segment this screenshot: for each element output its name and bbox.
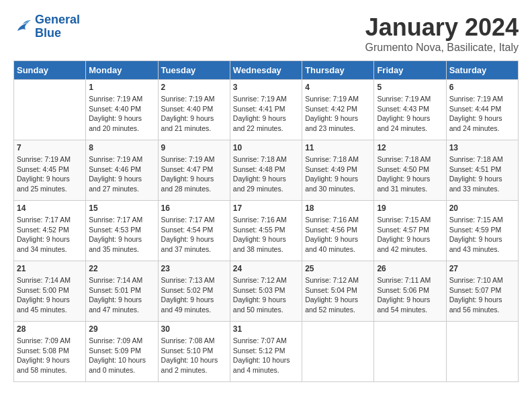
day-sunrise: Sunrise: 7:09 AM <box>89 336 154 346</box>
day-daylight: Daylight: 9 hours and 34 minutes. <box>17 234 83 254</box>
day-number: 18 <box>305 203 371 213</box>
day-daylight: Daylight: 9 hours and 58 minutes. <box>17 355 83 375</box>
day-number: 5 <box>377 83 443 92</box>
day-sunset: Sunset: 5:06 PM <box>377 285 443 295</box>
calendar-week-row: 7 Sunrise: 7:19 AM Sunset: 4:45 PM Dayli… <box>14 140 519 201</box>
day-number: 1 <box>89 83 154 92</box>
day-sunset: Sunset: 4:40 PM <box>161 104 227 114</box>
page-title: January 2024 <box>365 13 519 42</box>
calendar-cell: 22 Sunrise: 7:14 AM Sunset: 5:01 PM Dayl… <box>86 261 158 322</box>
day-sunset: Sunset: 4:51 PM <box>449 165 515 175</box>
day-header-thursday: Thursday <box>302 61 374 80</box>
day-daylight: Daylight: 9 hours and 38 minutes. <box>233 234 299 254</box>
day-sunset: Sunset: 5:04 PM <box>305 285 371 295</box>
day-daylight: Daylight: 10 hours and 2 minutes. <box>161 355 227 375</box>
page-subtitle: Grumento Nova, Basilicate, Italy <box>365 42 519 54</box>
calendar-week-row: 28 Sunrise: 7:09 AM Sunset: 5:08 PM Dayl… <box>14 322 519 382</box>
day-daylight: Daylight: 9 hours and 52 minutes. <box>305 295 371 314</box>
calendar-cell: 27 Sunrise: 7:10 AM Sunset: 5:07 PM Dayl… <box>446 261 518 322</box>
day-number: 4 <box>305 83 371 92</box>
day-number: 26 <box>377 264 443 273</box>
day-number: 16 <box>161 203 227 213</box>
calendar-cell: 29 Sunrise: 7:09 AM Sunset: 5:09 PM Dayl… <box>86 322 158 382</box>
day-sunrise: Sunrise: 7:07 AM <box>233 336 299 346</box>
day-number: 11 <box>305 143 371 152</box>
day-sunrise: Sunrise: 7:19 AM <box>161 154 227 165</box>
day-sunrise: Sunrise: 7:17 AM <box>161 215 227 225</box>
day-daylight: Daylight: 9 hours and 35 minutes. <box>89 234 154 254</box>
day-daylight: Daylight: 9 hours and 33 minutes. <box>449 174 515 193</box>
day-sunset: Sunset: 4:50 PM <box>377 165 443 175</box>
day-header-saturday: Saturday <box>446 61 518 80</box>
day-number: 8 <box>89 143 154 152</box>
day-number: 30 <box>161 324 227 334</box>
logo-icon <box>13 17 32 36</box>
day-sunrise: Sunrise: 7:19 AM <box>161 94 227 104</box>
day-number: 2 <box>161 83 227 92</box>
day-sunrise: Sunrise: 7:19 AM <box>305 94 371 104</box>
day-number: 21 <box>17 264 83 273</box>
day-sunset: Sunset: 4:42 PM <box>305 104 371 114</box>
calendar-cell: 7 Sunrise: 7:19 AM Sunset: 4:45 PM Dayli… <box>14 140 86 201</box>
day-sunset: Sunset: 4:47 PM <box>161 165 227 175</box>
day-daylight: Daylight: 9 hours and 43 minutes. <box>449 234 515 254</box>
day-daylight: Daylight: 9 hours and 45 minutes. <box>17 295 83 314</box>
day-daylight: Daylight: 9 hours and 49 minutes. <box>161 295 227 314</box>
calendar-cell: 12 Sunrise: 7:18 AM Sunset: 4:50 PM Dayl… <box>374 140 446 201</box>
page-header: General Blue January 2024 Grumento Nova,… <box>13 13 519 54</box>
day-daylight: Daylight: 10 hours and 4 minutes. <box>233 355 299 375</box>
day-sunset: Sunset: 4:59 PM <box>449 225 515 235</box>
day-daylight: Daylight: 9 hours and 31 minutes. <box>377 174 443 193</box>
calendar-cell: 9 Sunrise: 7:19 AM Sunset: 4:47 PM Dayli… <box>158 140 230 201</box>
day-daylight: Daylight: 9 hours and 25 minutes. <box>17 174 83 193</box>
day-sunrise: Sunrise: 7:17 AM <box>17 215 83 225</box>
calendar-week-row: 1 Sunrise: 7:19 AM Sunset: 4:40 PM Dayli… <box>14 80 519 140</box>
day-number: 31 <box>233 324 299 334</box>
day-number: 23 <box>161 264 227 273</box>
day-number: 22 <box>89 264 154 273</box>
day-number: 29 <box>89 324 154 334</box>
day-sunrise: Sunrise: 7:14 AM <box>17 275 83 285</box>
calendar-cell: 23 Sunrise: 7:13 AM Sunset: 5:02 PM Dayl… <box>158 261 230 322</box>
calendar-cell: 28 Sunrise: 7:09 AM Sunset: 5:08 PM Dayl… <box>14 322 86 382</box>
day-sunset: Sunset: 4:49 PM <box>305 165 371 175</box>
day-sunset: Sunset: 4:52 PM <box>17 225 83 235</box>
day-sunrise: Sunrise: 7:18 AM <box>377 154 443 165</box>
day-daylight: Daylight: 9 hours and 29 minutes. <box>233 174 299 193</box>
day-sunset: Sunset: 4:44 PM <box>449 104 515 114</box>
calendar-cell <box>14 80 86 140</box>
day-sunrise: Sunrise: 7:19 AM <box>233 94 299 104</box>
day-sunset: Sunset: 4:43 PM <box>377 104 443 114</box>
calendar-cell: 17 Sunrise: 7:16 AM Sunset: 4:55 PM Dayl… <box>230 201 302 261</box>
calendar-week-row: 14 Sunrise: 7:17 AM Sunset: 4:52 PM Dayl… <box>14 201 519 261</box>
calendar-cell: 4 Sunrise: 7:19 AM Sunset: 4:42 PM Dayli… <box>302 80 374 140</box>
logo-text: General Blue <box>35 13 80 40</box>
day-sunrise: Sunrise: 7:18 AM <box>233 154 299 165</box>
day-daylight: Daylight: 10 hours and 0 minutes. <box>89 355 154 375</box>
calendar-cell: 30 Sunrise: 7:08 AM Sunset: 5:10 PM Dayl… <box>158 322 230 382</box>
day-daylight: Daylight: 9 hours and 20 minutes. <box>89 113 154 133</box>
calendar-header-row: SundayMondayTuesdayWednesdayThursdayFrid… <box>14 61 519 80</box>
day-sunset: Sunset: 4:54 PM <box>161 225 227 235</box>
calendar-week-row: 21 Sunrise: 7:14 AM Sunset: 5:00 PM Dayl… <box>14 261 519 322</box>
day-sunrise: Sunrise: 7:16 AM <box>305 215 371 225</box>
calendar-cell: 26 Sunrise: 7:11 AM Sunset: 5:06 PM Dayl… <box>374 261 446 322</box>
day-number: 7 <box>17 143 83 152</box>
day-sunrise: Sunrise: 7:15 AM <box>449 215 515 225</box>
day-sunrise: Sunrise: 7:19 AM <box>89 154 154 165</box>
day-sunrise: Sunrise: 7:16 AM <box>233 215 299 225</box>
day-number: 19 <box>377 203 443 213</box>
day-sunset: Sunset: 5:02 PM <box>161 285 227 295</box>
day-sunset: Sunset: 4:55 PM <box>233 225 299 235</box>
day-daylight: Daylight: 9 hours and 30 minutes. <box>305 174 371 193</box>
day-daylight: Daylight: 9 hours and 42 minutes. <box>377 234 443 254</box>
calendar-cell <box>446 322 518 382</box>
day-number: 12 <box>377 143 443 152</box>
day-daylight: Daylight: 9 hours and 47 minutes. <box>89 295 154 314</box>
day-number: 3 <box>233 83 299 92</box>
day-sunrise: Sunrise: 7:12 AM <box>305 275 371 285</box>
calendar-cell <box>374 322 446 382</box>
day-sunrise: Sunrise: 7:19 AM <box>17 154 83 165</box>
day-daylight: Daylight: 9 hours and 21 minutes. <box>161 113 227 133</box>
day-sunrise: Sunrise: 7:09 AM <box>17 336 83 346</box>
